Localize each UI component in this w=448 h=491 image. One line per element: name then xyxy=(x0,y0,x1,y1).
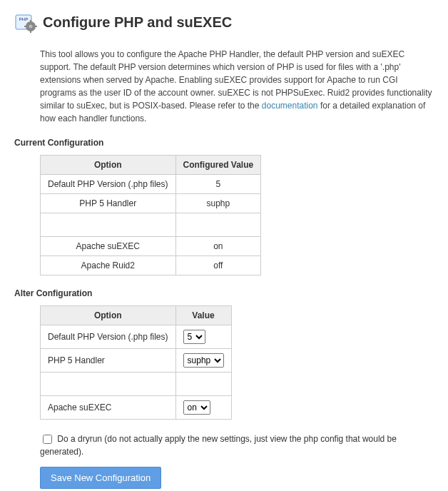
table-row: Default PHP Version (.php files) 5 xyxy=(41,175,261,194)
table-row: PHP 5 Handler suphp xyxy=(41,349,232,373)
page-header: PHP Configure PHP and suEXEC xyxy=(14,11,434,34)
svg-rect-5 xyxy=(30,31,31,33)
svg-rect-4 xyxy=(30,20,31,22)
documentation-link[interactable]: documentation xyxy=(262,101,318,111)
cell-option: PHP 5 Handler xyxy=(41,194,176,213)
cell-value: off xyxy=(175,256,261,275)
col-option: Option xyxy=(41,306,176,325)
dryrun-label-wrapper[interactable]: Do a dryrun (do not actually apply the n… xyxy=(40,434,397,457)
col-option: Option xyxy=(41,156,176,175)
php-config-icon: PHP xyxy=(14,11,37,34)
cell-value: 5 xyxy=(175,325,231,349)
php-version-select[interactable]: 5 xyxy=(183,330,205,344)
col-configured-value: Configured Value xyxy=(175,156,261,175)
save-button[interactable]: Save New Configuration xyxy=(40,467,161,489)
php5-handler-select[interactable]: suphp xyxy=(183,353,224,368)
svg-rect-7 xyxy=(35,26,37,27)
cell-option: Apache Ruid2 xyxy=(41,256,176,275)
dryrun-label: Do a dryrun (do not actually apply the n… xyxy=(40,434,397,457)
svg-rect-6 xyxy=(24,26,26,27)
spacer-row xyxy=(41,373,232,396)
cell-value: suphp xyxy=(175,194,261,213)
table-row: Apache suEXEC on xyxy=(41,396,232,420)
table-row: PHP 5 Handler suphp xyxy=(41,194,261,213)
table-row: Apache Ruid2 off xyxy=(41,256,261,275)
current-config-title: Current Configuration xyxy=(14,138,434,148)
description-text: This tool allows you to configure the Ap… xyxy=(40,48,434,125)
svg-text:PHP: PHP xyxy=(19,17,28,21)
table-row: Apache suEXEC on xyxy=(41,237,261,256)
dryrun-section: Do a dryrun (do not actually apply the n… xyxy=(40,432,434,458)
cell-option: Apache suEXEC xyxy=(41,396,176,420)
dryrun-checkbox[interactable] xyxy=(43,435,52,444)
svg-point-3 xyxy=(29,25,33,29)
page-title: Configure PHP and suEXEC xyxy=(43,14,232,31)
cell-option: PHP 5 Handler xyxy=(41,349,176,373)
cell-option: Default PHP Version (.php files) xyxy=(41,175,176,194)
cell-option: Apache suEXEC xyxy=(41,237,176,256)
spacer-row xyxy=(41,213,261,237)
current-config-table: Option Configured Value Default PHP Vers… xyxy=(40,155,261,275)
col-value: Value xyxy=(175,306,231,325)
cell-value: 5 xyxy=(175,175,261,194)
cell-value: on xyxy=(175,396,231,420)
cell-option: Default PHP Version (.php files) xyxy=(41,325,176,349)
alter-config-title: Alter Configuration xyxy=(14,288,434,298)
apache-suexec-select[interactable]: on xyxy=(183,400,210,415)
cell-value: suphp xyxy=(175,349,231,373)
table-row: Default PHP Version (.php files) 5 xyxy=(41,325,232,349)
cell-value: on xyxy=(175,237,261,256)
alter-config-table: Option Value Default PHP Version (.php f… xyxy=(40,305,232,420)
